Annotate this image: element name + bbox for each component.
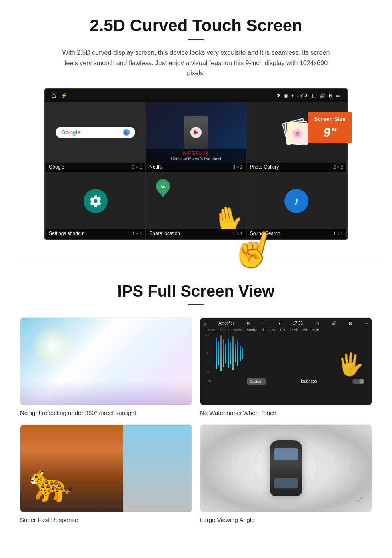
car-windshield bbox=[274, 448, 298, 460]
gallery-app-name: Photo Gallery bbox=[250, 164, 279, 170]
netflix-logo: NETFLIX bbox=[149, 150, 242, 157]
eq-freq-sub: SUB bbox=[312, 328, 320, 332]
gear-icon bbox=[89, 195, 102, 207]
custom-mode-button[interactable]: Custom bbox=[247, 378, 266, 385]
angle-arrow-icon: ↗ bbox=[357, 494, 364, 504]
netflix-figure bbox=[184, 116, 208, 149]
netflix-grid-size: 3 × 2 bbox=[233, 165, 243, 169]
window-icon: ▭ bbox=[336, 93, 340, 98]
eq-bar-6 bbox=[228, 338, 229, 368]
eq-bar-3 bbox=[220, 335, 222, 371]
cheetah-image: 🐆 bbox=[20, 424, 192, 512]
location-icon: ◉ bbox=[284, 93, 288, 98]
sky-gradient-bottom bbox=[20, 381, 192, 405]
sound-icon-circle: ♪ bbox=[284, 189, 308, 213]
netflix-label: Netflix 3 × 2 bbox=[146, 163, 246, 172]
section-curved-screen: 2.5D Curved Touch Screen With 2.5D curve… bbox=[0, 0, 392, 254]
eq-bar-2 bbox=[218, 341, 219, 365]
settings-content bbox=[46, 173, 145, 229]
badge-size: 9" bbox=[314, 126, 346, 139]
eq-freq-12k5: 12.5k bbox=[289, 328, 298, 332]
car-card: ↗ Large Viewing Angle bbox=[200, 424, 372, 523]
eq-bar-8 bbox=[232, 336, 234, 370]
amp-camera-icon: ◫ bbox=[315, 321, 319, 325]
settings-app-name: Settings shortcut bbox=[49, 231, 84, 236]
eq-bar-11 bbox=[240, 345, 241, 361]
image-grid: No light reflecting under 360° direct su… bbox=[20, 317, 372, 523]
sound-grid-size: 1 × 1 bbox=[333, 231, 343, 236]
volume-icon: 🔊 bbox=[320, 93, 326, 98]
sky-portion bbox=[123, 425, 192, 512]
cheetah-background: 🐆 bbox=[20, 425, 192, 512]
amp-close-icon: ⊠ bbox=[349, 321, 352, 325]
share-location-app-cell[interactable]: G 🤚 Share location 1 × 1 bbox=[146, 173, 246, 239]
car-rear-window bbox=[274, 478, 298, 488]
section-ips: IPS Full Screen View No light reflecting… bbox=[0, 270, 392, 539]
google-logo: Google bbox=[61, 129, 80, 136]
section1-title: 2.5D Curved Touch Screen bbox=[24, 16, 368, 35]
app-grid: Google 🎤 Google 3 × 1 bbox=[45, 102, 347, 239]
sunlight-caption: No light reflecting under 360° direct su… bbox=[20, 409, 192, 416]
google-content: Google 🎤 bbox=[46, 102, 145, 163]
eq-freq-60: 60hz bbox=[208, 328, 216, 332]
device-screen: ⌂ ⚡ ✱ ◉ ▾ 15:06 ◫ 🔊 ⊠ ▭ bbox=[44, 88, 348, 240]
camera-icon: ◫ bbox=[312, 93, 316, 98]
google-mic-icon: 🎤 bbox=[123, 129, 130, 136]
share-content: G 🤚 bbox=[146, 173, 246, 229]
wifi-icon: ▾ bbox=[291, 93, 294, 98]
amp-title: Amplifier bbox=[218, 321, 234, 325]
netflix-overlay: NETFLIX Continue Marvel's Daredevil bbox=[146, 149, 246, 163]
eq-freq-2k5: 2.5k bbox=[269, 328, 276, 332]
photo-stack: 🌸 bbox=[282, 118, 310, 147]
amp-nav-back: «‹ bbox=[208, 379, 211, 383]
sun-glare bbox=[32, 326, 72, 366]
amp-dots-icon: ··· bbox=[262, 321, 266, 325]
car-background: ↗ bbox=[200, 425, 372, 512]
badge-divider bbox=[324, 124, 336, 124]
amp-volume-icon: 🔊 bbox=[332, 321, 336, 325]
eq-freq-15k: 15k bbox=[302, 328, 308, 332]
google-search-bar: Google 🎤 bbox=[56, 127, 135, 138]
sound-search-app-cell[interactable]: ♪ Sound Search 1 × 1 bbox=[246, 173, 347, 239]
car-image: ↗ bbox=[200, 424, 372, 512]
viewing-angle-circle bbox=[254, 436, 318, 500]
section2-title: IPS Full Screen View bbox=[20, 282, 372, 300]
cheetah-silhouette-icon: 🐆 bbox=[28, 462, 73, 504]
eq-bar-1 bbox=[216, 337, 217, 369]
toggle-knob bbox=[359, 379, 364, 384]
photo-card-3: 🌸 bbox=[286, 121, 310, 145]
sound-content: ♪ bbox=[247, 173, 346, 229]
eq-bar-7 bbox=[230, 342, 231, 364]
device-mockup: Screen Size 9" ⌂ ⚡ ✱ ◉ ▾ 15:06 ◫ 🔊 ⊠ bbox=[44, 88, 348, 240]
eq-bar-9 bbox=[235, 344, 236, 362]
settings-app-cell[interactable]: Settings shortcut 1 × 1 bbox=[45, 173, 146, 239]
netflix-app-cell[interactable]: NETFLIX Continue Marvel's Daredevil Netf… bbox=[146, 102, 246, 173]
sky-background bbox=[20, 318, 192, 405]
netflix-content: NETFLIX Continue Marvel's Daredevil bbox=[146, 102, 246, 163]
play-button[interactable] bbox=[190, 127, 202, 138]
google-app-cell[interactable]: Google 🎤 Google 3 × 1 bbox=[45, 102, 146, 173]
amp-back-icon: ← bbox=[364, 321, 368, 325]
cheetah-caption: Super Fast Response bbox=[20, 516, 192, 523]
status-bar-left: ⌂ ⚡ bbox=[52, 91, 67, 100]
google-label: Google 3 × 1 bbox=[46, 163, 145, 172]
netflix-subtitle: Continue Marvel's Daredevil bbox=[149, 157, 242, 161]
eq-bar-10 bbox=[237, 340, 238, 366]
close-icon: ⊠ bbox=[329, 93, 333, 98]
flower-icon: 🌸 bbox=[286, 122, 308, 145]
status-bar: ⌂ ⚡ ✱ ◉ ▾ 15:06 ◫ 🔊 ⊠ ▭ bbox=[45, 89, 347, 102]
amp-home-icon: ⌂ bbox=[204, 321, 206, 325]
loudness-toggle[interactable] bbox=[352, 379, 364, 384]
sunlight-card: No light reflecting under 360° direct su… bbox=[20, 317, 192, 416]
cheetah-card: 🐆 Super Fast Response bbox=[20, 424, 192, 523]
amplifier-image: ⌂ Amplifier ⚙ ··· ▾ 17:33 ◫ 🔊 ⊠ ← 60hz 1… bbox=[200, 317, 372, 405]
netflix-app-name: Netflix bbox=[149, 164, 162, 170]
gallery-grid-size: 2 × 2 bbox=[333, 165, 343, 169]
settings-label: Settings shortcut 1 × 1 bbox=[46, 229, 145, 239]
home-icon: ⌂ bbox=[52, 91, 56, 100]
gallery-label: Photo Gallery 2 × 2 bbox=[247, 163, 346, 172]
amplifier-card: ⌂ Amplifier ⚙ ··· ▾ 17:33 ◫ 🔊 ⊠ ← 60hz 1… bbox=[200, 317, 372, 416]
status-bar-right: ✱ ◉ ▾ 15:06 ◫ 🔊 ⊠ ▭ bbox=[277, 93, 340, 98]
badge-label: Screen Size bbox=[314, 116, 346, 122]
time-display: 15:06 bbox=[297, 93, 309, 98]
